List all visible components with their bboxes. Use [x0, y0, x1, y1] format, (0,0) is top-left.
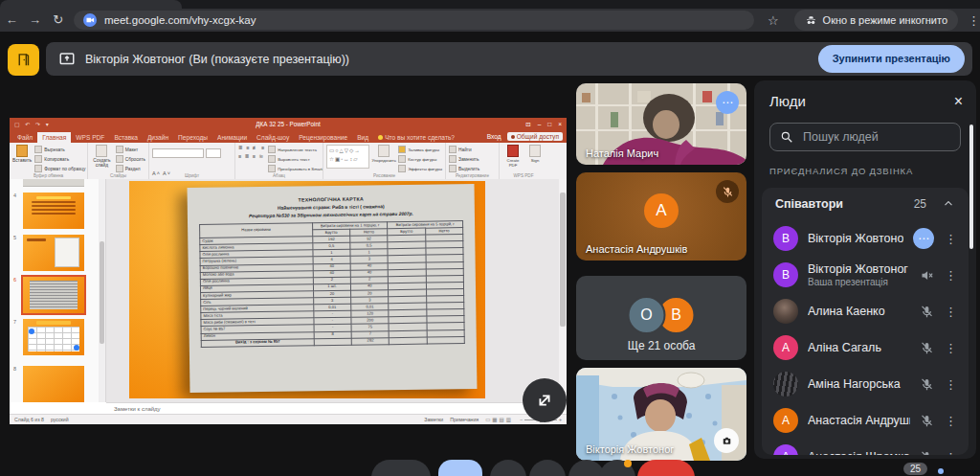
- slide-thumbnail-3-partial: [23, 179, 84, 187]
- participant-row[interactable]: А Анастасія Андрушків ⋮: [762, 402, 969, 439]
- meet-favicon: [83, 13, 97, 27]
- paste-button: Вставить: [12, 145, 32, 172]
- group-label-wpspdf: WPS PDF: [500, 173, 547, 178]
- video-tile-natalia[interactable]: ⋯ Наталія Марич: [576, 83, 746, 165]
- total-gross5: [390, 337, 427, 345]
- ribbon-group-slides: Создать слайд Макет Сбросить Раздел Слай…: [88, 143, 149, 179]
- avatar: В: [773, 262, 798, 287]
- layout-button: Макет: [116, 146, 145, 153]
- contributors-group-header[interactable]: Співавтори 25: [762, 188, 969, 220]
- total-label: Вихід : з соусом № 857: [201, 338, 314, 347]
- participant-row[interactable]: А Аліна Сагаль ⋮: [762, 329, 969, 366]
- audio-off-icon: [920, 268, 934, 283]
- thumb-text-line: [32, 201, 76, 203]
- ppt-tab-transitions: Переходы: [173, 132, 212, 143]
- avatar: А: [773, 444, 798, 455]
- more-vert-icon[interactable]: ⋮: [945, 450, 957, 456]
- expand-presentation-button[interactable]: [523, 378, 567, 422]
- participant-row[interactable]: В Вікторія Жовтоног (Ви) ⋯ ⋮: [762, 220, 969, 257]
- more-vert-icon[interactable]: ⋮: [945, 268, 957, 283]
- ppt-window-title: ДКА 32 25 - PowerPoint: [10, 121, 567, 127]
- tile-name-label: Анастасія Андрушків: [586, 243, 687, 255]
- participant-row[interactable]: А Анастасія Шрамко ⋮: [762, 439, 969, 455]
- back-icon[interactable]: ←: [0, 9, 23, 32]
- section-icon: [116, 165, 123, 172]
- more-vert-icon[interactable]: ⋮: [945, 414, 957, 428]
- yellow-door-badge[interactable]: [8, 44, 39, 76]
- doc-title: ТЕХНОЛОГІЧНА КАРТКА: [199, 194, 463, 204]
- reset-button: Сбросить: [116, 155, 145, 163]
- ingredients-table: Назви сировини Витрати сировини на 1 пор…: [199, 220, 465, 348]
- notification-dot: [624, 460, 632, 467]
- browser-menu-icon[interactable]: ⋮: [968, 13, 980, 28]
- stop-presentation-button[interactable]: Зупинити презентацію: [818, 45, 965, 73]
- avatar-group: О В: [628, 296, 696, 334]
- panel-scrollbar[interactable]: [969, 125, 973, 249]
- bookmark-star-icon[interactable]: ☆: [768, 13, 779, 28]
- participant-row[interactable]: Алина Каенко ⋮: [762, 293, 969, 329]
- browser-tab[interactable]: [0, 0, 182, 9]
- control-button[interactable]: [529, 460, 566, 476]
- participant-row[interactable]: Аміна Нагорська ⋮: [762, 366, 969, 402]
- total-net5: [427, 336, 464, 344]
- mic-control-pill[interactable]: [371, 460, 431, 476]
- select-icon: [449, 165, 457, 172]
- present-screen-icon: [58, 51, 76, 68]
- mic-off-icon: [920, 414, 934, 428]
- participant-row[interactable]: В Вікторія Жовтоног Ваша презентація ⋮: [762, 257, 969, 293]
- thumb-title-bar: [36, 321, 71, 325]
- find-icon: [449, 146, 457, 153]
- more-vert-icon[interactable]: ⋮: [945, 341, 957, 355]
- more-vert-icon[interactable]: ⋮: [945, 377, 957, 392]
- more-vert-icon[interactable]: ⋮: [945, 305, 957, 319]
- participant-subtitle: Ваша презентація: [808, 277, 910, 287]
- leave-call-button[interactable]: [637, 460, 695, 476]
- chevron-up-icon[interactable]: [942, 197, 955, 211]
- participant-name: Алина Каенко: [808, 305, 910, 318]
- shape-outline-button: Контур фигуры: [398, 155, 442, 163]
- ppt-tab-insert: Вставка: [109, 132, 143, 143]
- ribbon-group-font: A˄ A˅ Ж К Ч S ab AV ‑ A Шрифт: [149, 143, 235, 179]
- thumb-text-line: [32, 205, 76, 207]
- reload-icon[interactable]: ↻: [47, 9, 70, 32]
- incognito-icon: [805, 14, 817, 27]
- video-tile-viktoria[interactable]: Вікторія Жовтоног: [576, 368, 746, 461]
- address-bar[interactable]: meet.google.com/vhy-xcgx-kay: [74, 11, 754, 30]
- slide-thumbnail-5: [23, 235, 84, 271]
- avatar-tile-anastasia[interactable]: А Анастасія Андрушків: [576, 172, 746, 261]
- joined-section-label: ПРИЄДНАЛИСЯ ДО ДЗВІНКА: [769, 166, 961, 176]
- tile-more-button[interactable]: ⋯: [716, 91, 739, 114]
- forward-icon[interactable]: →: [23, 9, 46, 32]
- group-label-slides: Слайды: [88, 173, 148, 178]
- list-buttons: ≣ ≡ ≢ ≡: [238, 145, 265, 150]
- overflow-tile-others[interactable]: О В Ще 21 особа: [576, 276, 746, 360]
- ribbon-group-clipboard: Вставить Вырезать Копировать Формат по о…: [10, 143, 88, 179]
- ppt-tellme: Что вы хотите сделать?: [378, 134, 455, 143]
- participant-name-block: Аліна Сагаль: [808, 341, 910, 354]
- ppt-notes-area: Заметки к слайду: [106, 402, 567, 414]
- active-control-button[interactable]: [438, 460, 482, 476]
- flip-camera-icon[interactable]: [714, 428, 739, 453]
- slide-editing-area: ТЕХНОЛОГІЧНА КАРТКА Найменування страви:…: [106, 179, 567, 402]
- search-box[interactable]: [769, 123, 961, 151]
- more-vert-icon[interactable]: ⋮: [945, 232, 957, 246]
- others-count-label: Ще 21 особа: [576, 339, 746, 352]
- doc-dish-name: Найменування страви: Риба в тісті ( смаж…: [199, 203, 463, 212]
- ppt-tab-view: Вид: [352, 132, 373, 143]
- participant-count-badge[interactable]: 25: [903, 463, 927, 475]
- pdf-icon: [507, 145, 519, 157]
- host-controls-button[interactable]: ⋯: [913, 228, 934, 249]
- ppt-tab-slideshow: Слайд-шоу: [252, 132, 294, 143]
- search-input[interactable]: [801, 129, 950, 145]
- thumb-text-line: [32, 213, 76, 215]
- language-indicator: русский: [51, 417, 69, 422]
- close-icon[interactable]: ×: [954, 94, 963, 109]
- notes-toggle: Заметки: [424, 417, 443, 422]
- control-button[interactable]: [490, 460, 526, 476]
- clipboard-icon: [16, 145, 28, 157]
- arrange-button: Упорядочить: [372, 145, 395, 172]
- participant-name: Анастасія Андрушків: [808, 414, 910, 427]
- text-direction-icon: [268, 146, 276, 153]
- thumb-title-bar: [27, 238, 46, 241]
- mic-off-icon: [920, 305, 934, 319]
